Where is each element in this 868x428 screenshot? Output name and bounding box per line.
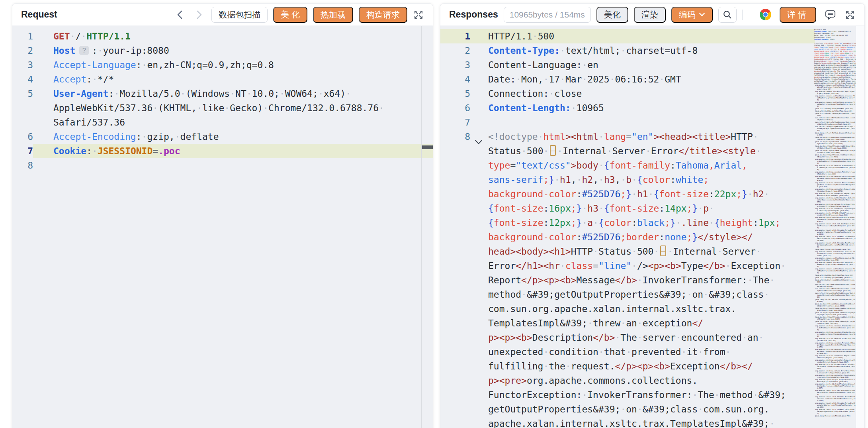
- code-line[interactable]: 2Host?:·your-ip:8080: [12, 43, 433, 58]
- whitespace-dot: ·: [70, 31, 76, 41]
- code-line[interactable]: 7Cookie:·JSESSIONID=.poc: [12, 144, 433, 158]
- line-number: [12, 115, 33, 130]
- code-line[interactable]: background-color:#525D76;}·h1·{font-size…: [440, 187, 815, 201]
- code-line[interactable]: 3Content-Language:·en: [440, 58, 815, 72]
- minimap[interactable]: HTTP/1.1 500Content-Type: text/html; cha…: [814, 28, 856, 428]
- code-line[interactable]: com.sun.org.apache.xalan.internal.xsltc.…: [440, 302, 815, 316]
- whitespace-dot: ·: [557, 146, 563, 156]
- encode-label: 编码: [679, 9, 696, 20]
- minimap-trace-line: org.apache.commons.collections.map.LazyM…: [814, 257, 856, 261]
- code-line[interactable]: 4Accept:·*/*: [12, 72, 433, 86]
- line-number: [440, 402, 470, 416]
- whitespace-dot: ·: [620, 175, 626, 185]
- code-token: :: [670, 160, 676, 171]
- code-token: Connection:·close: [488, 88, 582, 99]
- whitespace-dot: ·: [742, 332, 747, 343]
- code-line[interactable]: getOutputProperties&#39;·on·&#39;class·c…: [440, 402, 815, 416]
- code-line[interactable]: unexpected·condition·that·prevented·it·f…: [440, 345, 815, 359]
- code-line[interactable]: fulfilling·the·request.</p><p><b>Excepti…: [440, 359, 815, 373]
- request-editor[interactable]: 1GET·/·HTTP/1.12Host?:·your-ip:80803Acce…: [12, 26, 433, 428]
- line-number: [440, 158, 470, 173]
- code-line[interactable]: type="text/css">body·{font-family:Tahoma…: [440, 158, 815, 173]
- minimap-trace-line: org.apache.catalina.authenticator.Authen…: [814, 363, 856, 369]
- code-line[interactable]: {font-size:12px;}·a·{color:black;}·.line…: [440, 216, 815, 230]
- whitespace-dot: ·: [780, 261, 786, 271]
- code-line[interactable]: TemplatesImpl&#39;·threw·an·exception</: [440, 316, 815, 330]
- code-token: ,: [742, 160, 747, 171]
- code-token: :: [709, 189, 714, 199]
- code-token: Status·500·: [488, 146, 549, 156]
- code-line[interactable]: 4Date:·Mon,·17·Mar·2025·06:16:52·GMT: [440, 72, 815, 86]
- code-token: apache.xalan.internal.xsltc.trax.Templat…: [488, 418, 775, 428]
- code-line[interactable]: background-color:#525D76;border:none;}</…: [440, 230, 815, 244]
- host-help-badge[interactable]: ?: [79, 46, 88, 55]
- minimap-trace-line: java.lang.Thread.run(Thread.java:750): [814, 248, 856, 250]
- minimap-trace-line: org.apache.commons.collections.functors.…: [814, 84, 856, 90]
- whitespace-dot: ·: [698, 347, 703, 357]
- whitespace-dot: ·: [681, 347, 687, 357]
- whitespace-dot: ·: [698, 404, 703, 414]
- code-line[interactable]: 1GET·/·HTTP/1.1: [12, 29, 433, 43]
- code-line[interactable]: 3Accept-Language:·en,zh-CN;q=0.9,zh;q=0.…: [12, 58, 433, 72]
- request-code-lines[interactable]: 1GET·/·HTTP/1.12Host?:·your-ip:80803Acce…: [12, 29, 433, 173]
- build-request-button[interactable]: 构造请求: [359, 7, 407, 23]
- code-line[interactable]: FunctorException:·InvokerTransformer:·Th…: [440, 388, 815, 402]
- code-token: {: [598, 218, 604, 228]
- code-line[interactable]: 2Content-Type:·text/html;·charset=utf-8: [440, 43, 815, 58]
- code-line[interactable]: 8: [12, 158, 433, 173]
- code-line[interactable]: Report</p><p><b>Message</b>·InvokerTrans…: [440, 273, 815, 287]
- details-button[interactable]: 详情: [780, 7, 816, 23]
- code-token: ;: [620, 189, 626, 199]
- code-token: =: [593, 261, 598, 271]
- whitespace-dot: ·: [756, 246, 761, 257]
- code-token: :·: [108, 88, 119, 99]
- beautify-button[interactable]: 美 化: [273, 7, 307, 23]
- chrome-browser-icon[interactable]: [759, 8, 772, 21]
- code-token: ·10965: [571, 103, 604, 113]
- code-line[interactable]: 8<!doctype·html><html·lang="en"><head><t…: [440, 130, 815, 144]
- search-button[interactable]: [718, 7, 737, 23]
- code-line[interactable]: head><body><h1>HTTP·Status·500·–·Interna…: [440, 244, 815, 259]
- code-line[interactable]: Status·500·–·Internal·Server·Error</titl…: [440, 144, 815, 158]
- code-token: "text/css": [516, 160, 571, 171]
- line-number: 4: [440, 72, 470, 86]
- request-scrollbar-track[interactable]: [421, 26, 433, 428]
- code-line[interactable]: p><pre>org.apache.commons.collections.: [440, 373, 815, 388]
- code-line[interactable]: 5Connection:·close: [440, 86, 815, 101]
- code-token: 12px: [549, 218, 571, 228]
- response-render-button[interactable]: 渲染: [634, 7, 666, 23]
- code-line[interactable]: 6Accept-Encoding:·gzip,·deflate: [12, 130, 433, 144]
- request-scrollbar-thumb[interactable]: [422, 145, 433, 149]
- code-token: ·h1·: [631, 189, 653, 199]
- response-code-lines[interactable]: 1HTTP/1.1·5002Content-Type:·text/html;·c…: [440, 29, 815, 428]
- response-scrollbar-track[interactable]: [856, 26, 864, 428]
- code-line[interactable]: apache.xalan.internal.xsltc.trax.Templat…: [440, 416, 815, 428]
- code-line[interactable]: sans-serif;}·h1,·h2,·h3,·b·{color:white;: [440, 173, 815, 187]
- code-line[interactable]: p><p><b>Description</b>·The·server·encou…: [440, 330, 815, 345]
- code-line[interactable]: 1HTTP/1.1·500: [440, 29, 815, 43]
- hot-reload-button[interactable]: 热加载: [313, 7, 353, 23]
- minimap-trace-line: org.apache.catalina.connector.Request.do…: [814, 188, 856, 192]
- whitespace-dot: ·: [598, 175, 604, 185]
- expand-request-icon[interactable]: [413, 9, 424, 20]
- response-beautify-button[interactable]: 美化: [596, 7, 628, 23]
- code-line[interactable]: 6Content-Length:·10965: [440, 101, 815, 115]
- packet-scan-button[interactable]: 数据包扫描: [211, 7, 268, 23]
- code-token: font-size: [610, 203, 659, 214]
- minimap-trace-line: org.apache.catalina.connector.Request.do…: [814, 355, 856, 359]
- code-line[interactable]: AppleWebKit/537.36·(KHTML,·like·Gecko)·C…: [12, 101, 433, 115]
- history-forward-button[interactable]: [195, 9, 203, 21]
- code-line[interactable]: 5User-Agent:·Mozilla/5.0·(Windows·NT·10.…: [12, 86, 433, 101]
- code-line[interactable]: Error</h1><hr·class="line"·/><p><b>Type<…: [440, 259, 815, 273]
- code-line[interactable]: Safari/537.36: [12, 115, 433, 130]
- whitespace-dot: ·: [549, 88, 554, 99]
- feedback-comment-icon[interactable]: [824, 8, 837, 21]
- encode-dropdown-button[interactable]: 编码: [671, 7, 713, 23]
- code-line[interactable]: 7: [440, 115, 815, 130]
- whitespace-dot: ·: [521, 289, 527, 300]
- code-line[interactable]: method·&#39;getOutputProperties&#39;·on·…: [440, 287, 815, 302]
- response-viewer[interactable]: 1HTTP/1.1·5002Content-Type:·text/html;·c…: [440, 26, 864, 428]
- code-line[interactable]: {font-size:16px;}·h3·{font-size:14px;}·p…: [440, 201, 815, 216]
- expand-response-icon[interactable]: [845, 9, 856, 20]
- history-back-button[interactable]: [176, 9, 184, 21]
